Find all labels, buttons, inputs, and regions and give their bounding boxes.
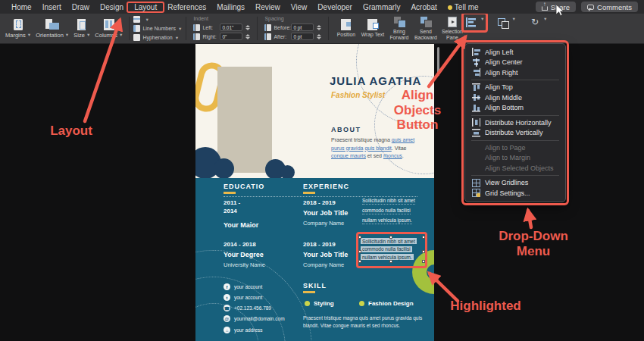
align-cluster: ▼ ▼ ↻▼ xyxy=(464,15,549,30)
hyperlink[interactable]: rhoncus xyxy=(383,153,402,158)
position-icon xyxy=(341,19,351,30)
about-text: . Vitae xyxy=(392,145,407,151)
spacing-after-stepper[interactable] xyxy=(316,33,321,40)
menu-item-distribute-vertically[interactable]: Distribute Vertically xyxy=(465,128,565,139)
selection-handle[interactable] xyxy=(422,236,425,239)
note-line: commodo nulla facilisi xyxy=(362,208,411,214)
bring-forward-label: Bring Forward xyxy=(386,29,412,41)
hyphenation-button[interactable]: Hyphenation▼ xyxy=(133,34,182,42)
ribbon-separator xyxy=(328,17,329,40)
indent-right-input[interactable]: 0" xyxy=(220,33,242,40)
tab-draw[interactable]: Draw xyxy=(67,3,95,11)
tab-home[interactable]: Home xyxy=(6,3,37,11)
align-objects-button[interactable]: ▼ xyxy=(464,15,486,30)
tell-me-item[interactable]: Tell me xyxy=(442,3,484,11)
menu-item-label: Align to Margin xyxy=(485,154,530,161)
selection-handle[interactable] xyxy=(389,236,392,239)
heading-accent xyxy=(303,291,315,293)
distribute-vertical-icon xyxy=(472,129,480,137)
wrap-text-label: Wrap Text xyxy=(361,32,384,38)
menu-item-label: Align Center xyxy=(485,58,523,66)
word-app-window: Home Insert Draw Design Layout Reference… xyxy=(0,0,644,341)
about-text: . xyxy=(402,153,404,158)
selection-pane-label: Selection Pane xyxy=(439,29,465,41)
bring-forward-button[interactable]: Bring Forward xyxy=(386,14,412,43)
tab-insert[interactable]: Insert xyxy=(37,3,67,11)
education-years: 2014 - 2018 xyxy=(224,240,256,249)
document-scrollbar[interactable] xyxy=(437,47,439,76)
position-button[interactable]: Position xyxy=(333,14,359,43)
tab-view[interactable]: View xyxy=(286,3,313,11)
chevron-down-icon: ▼ xyxy=(119,33,123,37)
tab-layout[interactable]: Layout xyxy=(129,3,162,11)
selected-text-box[interactable]: Sollicitudin nibh sit amet commodo nulla… xyxy=(361,238,423,262)
margins-icon xyxy=(14,19,23,30)
menu-item-align-left[interactable]: Align Left xyxy=(465,47,565,58)
menu-item-grid-settings[interactable]: Grid Settings... xyxy=(465,188,565,199)
lightbulb-icon xyxy=(448,5,452,10)
tab-mailings[interactable]: Mailings xyxy=(211,3,250,11)
margins-button[interactable]: Margins▼ xyxy=(3,14,33,43)
menu-item-align-right[interactable]: Align Right xyxy=(465,67,565,78)
tab-references[interactable]: References xyxy=(162,3,211,11)
size-label: Size xyxy=(73,32,85,39)
spacing-after-input[interactable]: 0 pt xyxy=(291,33,314,40)
line-numbers-button[interactable]: Line Numbers▼ xyxy=(133,25,182,33)
size-icon xyxy=(75,19,89,30)
indent-left-input[interactable]: 0.01" xyxy=(220,23,242,31)
menu-item-align-center[interactable]: Align Center xyxy=(465,58,565,68)
menu-item-align-bottom[interactable]: Align Bottom xyxy=(465,103,565,114)
icon-placeholder xyxy=(472,154,480,162)
resume-role: Fashion Stylist xyxy=(331,91,385,99)
line-numbers-label: Line Numbers xyxy=(142,26,176,31)
hyperlink[interactable]: purus gravida xyxy=(331,145,363,151)
chevron-down-icon: ▼ xyxy=(65,33,69,37)
columns-button[interactable]: Columns▼ xyxy=(92,14,125,43)
menu-separator xyxy=(471,115,559,116)
indent-left-stepper[interactable] xyxy=(245,23,250,31)
hyperlink[interactable]: congue mauris xyxy=(331,153,366,158)
selection-handle[interactable] xyxy=(358,250,361,253)
selection-handle[interactable] xyxy=(422,250,425,253)
menu-item-view-gridlines[interactable]: View Gridlines xyxy=(465,178,565,189)
menu-item-align-middle[interactable]: Align Middle xyxy=(465,92,565,103)
orientation-button[interactable]: Orientation▼ xyxy=(33,14,71,43)
tab-developer[interactable]: Developer xyxy=(312,3,358,11)
spacing-before-input[interactable]: 0 pt xyxy=(291,23,314,31)
note-line: Sollicitudin nibh sit amet xyxy=(362,198,415,205)
footer-paragraph: Praesent tristique magna quis amet purus… xyxy=(303,314,426,329)
margins-label: Margins xyxy=(5,32,26,39)
rotate-button[interactable]: ↻▼ xyxy=(527,15,549,30)
menu-item-label: Align Left xyxy=(485,48,514,56)
contact-label: your account xyxy=(234,295,262,300)
hyperlink[interactable]: quis amet xyxy=(392,137,414,142)
menu-item-distribute-horizontally[interactable]: Distribute Horizontally xyxy=(465,117,565,128)
wrap-text-button[interactable]: Wrap Text xyxy=(359,14,386,43)
tab-grammarly[interactable]: Grammarly xyxy=(358,3,405,11)
group-button[interactable]: ▼ xyxy=(495,15,517,30)
hyperlink[interactable]: quis blandit xyxy=(364,145,391,151)
align-middle-icon xyxy=(472,93,480,102)
contact-item: f your account xyxy=(224,283,262,290)
selection-handle[interactable] xyxy=(389,260,392,263)
selection-handle[interactable] xyxy=(358,236,361,239)
indent-right-stepper[interactable] xyxy=(245,33,250,40)
comments-button[interactable]: Comments xyxy=(581,2,638,12)
tab-design[interactable]: Design xyxy=(95,3,129,11)
experience-subtitle: Company Name xyxy=(303,220,344,227)
send-backward-button[interactable]: Send Backward xyxy=(412,14,439,43)
selection-pane-button[interactable]: Selection Pane xyxy=(439,14,465,43)
chevron-down-icon: ▼ xyxy=(511,17,515,21)
tab-acrobat[interactable]: Acrobat xyxy=(405,3,442,11)
selection-handle[interactable] xyxy=(422,260,425,263)
size-button[interactable]: Size▼ xyxy=(71,14,92,43)
selection-handle[interactable] xyxy=(358,260,361,263)
annotation-label-dropdown-menu: Drop-Down Menu xyxy=(491,229,576,258)
breaks-button[interactable]: ▼ xyxy=(133,16,182,23)
menu-item-align-top[interactable]: Align Top xyxy=(465,83,565,93)
sidebar-note: Sollicitudin nibh sit amet commodo nulla… xyxy=(362,198,426,227)
tab-review[interactable]: Review xyxy=(250,3,286,11)
send-backward-label: Send Backward xyxy=(412,29,439,41)
indent-group: Indent Left: 0.01" Right: 0" xyxy=(190,14,253,43)
spacing-before-stepper[interactable] xyxy=(316,23,321,31)
